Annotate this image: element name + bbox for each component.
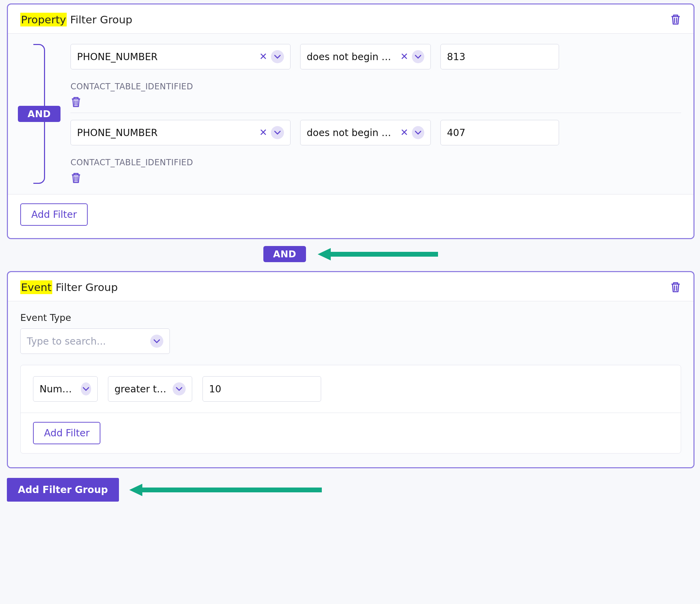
add-filter-group-button[interactable]: Add Filter Group (7, 478, 119, 502)
operator-select[interactable]: does not begin with ✕ (300, 44, 431, 69)
filter-row: PHONE_NUMBER ✕ does not begin with ✕ (70, 120, 681, 184)
inner-connector-rail: AND (20, 44, 58, 184)
group-title-highlight: Event (20, 280, 52, 294)
event-type-label: Event Type (20, 312, 681, 323)
operator-value: does not begin with (307, 127, 396, 138)
field-value: PHONE_NUMBER (77, 51, 255, 63)
chevron-down-icon (274, 130, 281, 136)
trash-icon (670, 281, 681, 293)
svg-marker-0 (318, 248, 438, 260)
value-text: 10 (209, 383, 221, 395)
event-filter-group: Event Filter Group Event Type Type to se… (7, 271, 694, 468)
annotation-arrow (318, 247, 438, 261)
group-title: Event Filter Group (20, 281, 118, 293)
trash-icon (670, 14, 681, 25)
trash-icon (70, 172, 81, 184)
comparator-select[interactable]: greater tha (108, 376, 192, 402)
annotation-arrow (129, 483, 322, 497)
chevron-down-icon (274, 54, 281, 60)
between-group-connector: AND (7, 246, 694, 262)
filter-source-label: CONTACT_TABLE_IDENTIFIED (70, 158, 681, 167)
dropdown-toggle[interactable] (412, 126, 424, 139)
clear-button[interactable]: ✕ (259, 52, 267, 61)
group-title-rest: Filter Group (67, 13, 132, 26)
dropdown-toggle[interactable] (150, 335, 163, 348)
metric-select[interactable]: Number c (33, 376, 98, 402)
group-body: AND PHONE_NUMBER ✕ (8, 34, 693, 194)
chevron-down-icon (83, 386, 89, 392)
chevron-down-icon (176, 386, 182, 392)
filter-row: PHONE_NUMBER ✕ does not begin with ✕ (70, 44, 681, 108)
group-and-badge[interactable]: AND (263, 246, 306, 262)
trash-icon (70, 96, 81, 108)
group-footer: Add Filter (8, 194, 693, 238)
event-condition-card: Number c greater tha 10 (20, 365, 681, 454)
dropdown-toggle[interactable] (173, 382, 186, 395)
value-text: 407 (447, 127, 465, 138)
chevron-down-icon (154, 338, 160, 344)
clear-button[interactable]: ✕ (259, 128, 267, 137)
group-title-highlight: Property (20, 13, 67, 26)
add-filter-group-row: Add Filter Group (7, 478, 694, 502)
svg-marker-1 (129, 484, 322, 496)
clear-button[interactable]: ✕ (400, 128, 408, 137)
value-input[interactable]: 813 (440, 44, 559, 69)
field-value: PHONE_NUMBER (77, 127, 255, 138)
event-type-placeholder: Type to search... (27, 336, 146, 347)
dropdown-toggle[interactable] (271, 126, 284, 139)
property-filter-group: Property Filter Group AND (7, 3, 694, 239)
group-title: Property Filter Group (20, 13, 132, 26)
value-input[interactable]: 10 (203, 376, 321, 402)
operator-select[interactable]: does not begin with ✕ (300, 120, 431, 145)
chevron-down-icon (415, 54, 421, 60)
filter-source-label: CONTACT_TABLE_IDENTIFIED (70, 82, 681, 91)
clear-button[interactable]: ✕ (400, 52, 408, 61)
dropdown-toggle[interactable] (412, 50, 424, 63)
delete-group-button[interactable] (670, 281, 681, 293)
add-filter-button[interactable]: Add Filter (33, 422, 100, 444)
group-body: Event Type Type to search... Number c (8, 301, 693, 467)
filter-divider (70, 113, 681, 113)
value-input[interactable]: 407 (440, 120, 559, 145)
delete-filter-button[interactable] (70, 172, 681, 184)
event-type-select[interactable]: Type to search... (20, 328, 170, 354)
comparator-value: greater tha (114, 383, 168, 395)
add-filter-button[interactable]: Add Filter (20, 203, 88, 226)
bracket-icon (33, 44, 45, 106)
inner-and-badge: AND (18, 106, 60, 122)
delete-filter-button[interactable] (70, 96, 681, 108)
group-header: Event Filter Group (8, 272, 693, 301)
dropdown-toggle[interactable] (271, 50, 284, 63)
field-select[interactable]: PHONE_NUMBER ✕ (70, 44, 291, 69)
delete-group-button[interactable] (670, 14, 681, 25)
bracket-icon (33, 122, 45, 184)
metric-value: Number c (40, 383, 77, 395)
dropdown-toggle[interactable] (81, 382, 91, 395)
chevron-down-icon (415, 130, 421, 136)
operator-value: does not begin with (307, 51, 396, 63)
group-title-rest: Filter Group (52, 281, 118, 293)
field-select[interactable]: PHONE_NUMBER ✕ (70, 120, 291, 145)
group-header: Property Filter Group (8, 4, 693, 34)
value-text: 813 (447, 51, 465, 63)
